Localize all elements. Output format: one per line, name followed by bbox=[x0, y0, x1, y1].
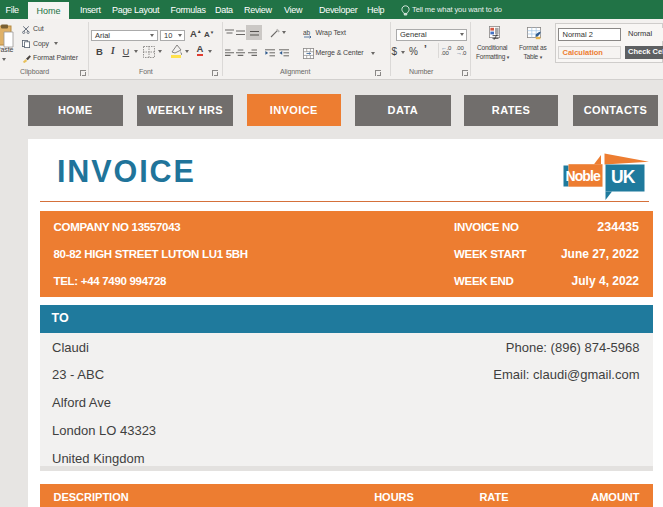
svg-text:Noble: Noble bbox=[566, 168, 602, 184]
svg-text:ab: ab bbox=[303, 28, 311, 35]
svg-text:UK: UK bbox=[611, 167, 636, 187]
